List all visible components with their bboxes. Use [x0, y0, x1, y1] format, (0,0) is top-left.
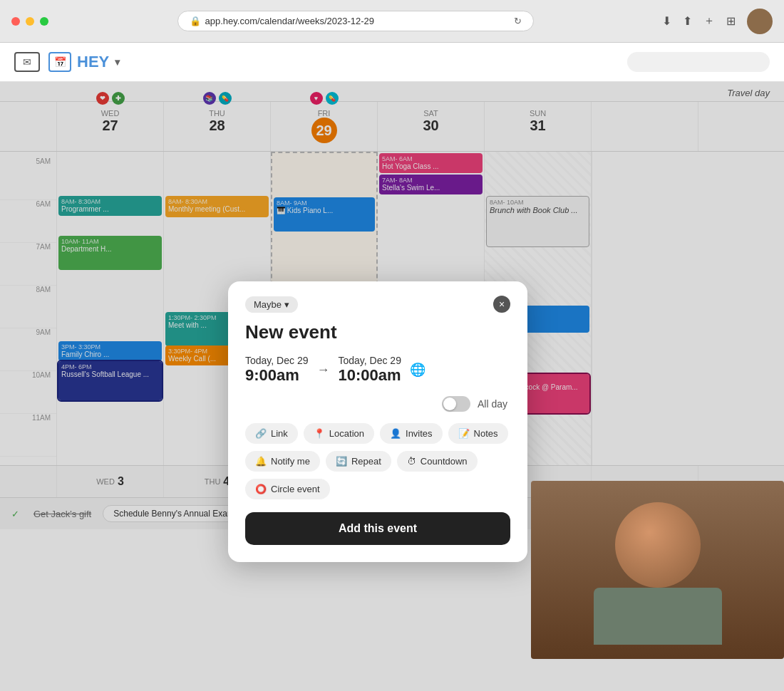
notify-label: Notify me: [271, 456, 310, 467]
minimize-window-btn[interactable]: [26, 17, 34, 26]
close-icon: ×: [499, 298, 505, 310]
link-label: Link: [271, 428, 288, 439]
action-buttons-row1: 🔗 Link 📍 Location 👤 Invites 📝 Notes: [245, 423, 510, 444]
countdown-label: Countdown: [421, 456, 468, 467]
start-date: Today, Dec 29: [245, 355, 308, 366]
download-icon[interactable]: ⬇: [662, 14, 671, 28]
invites-icon: 👤: [390, 428, 401, 439]
refresh-icon[interactable]: ↻: [514, 16, 522, 26]
start-datetime[interactable]: Today, Dec 29 9:00am: [245, 355, 308, 385]
action-buttons-row2: 🔔 Notify me 🔄 Repeat ⏱ Countdown: [245, 451, 510, 472]
repeat-button[interactable]: 🔄 Repeat: [326, 451, 391, 472]
app-header: ✉ 📅 HEY ▾: [0, 43, 784, 82]
url-text: app.hey.com/calendar/weeks/2023-12-29: [205, 16, 375, 26]
globe-icon[interactable]: 🌐: [410, 362, 425, 378]
calendar-icon: 📅: [48, 52, 71, 72]
calendar-container: Travel day ❤ ✚ WED 27 📚 💊 THU 28 ♥ �: [0, 82, 784, 691]
end-time: 10:00am: [338, 366, 401, 385]
circle-label: Circle event: [271, 484, 320, 494]
maximize-window-btn[interactable]: [40, 17, 48, 26]
circle-icon: ⭕: [255, 484, 267, 494]
logo-caret[interactable]: ▾: [115, 56, 120, 68]
action-buttons-row3: ⭕ Circle event: [245, 479, 510, 499]
notify-icon: 🔔: [255, 456, 267, 467]
datetime-row: Today, Dec 29 9:00am → Today, Dec 29 10:…: [245, 355, 510, 385]
countdown-icon: ⏱: [407, 456, 416, 467]
notes-label: Notes: [474, 428, 498, 439]
allday-toggle[interactable]: [442, 396, 470, 412]
video-overlay: [531, 481, 784, 659]
allday-label: All day: [478, 398, 507, 410]
video-face: [615, 502, 701, 588]
allday-row: All day: [245, 396, 510, 412]
windows-icon[interactable]: ⊞: [726, 14, 736, 28]
logo-text: HEY: [77, 53, 109, 71]
start-time: 9:00am: [245, 366, 308, 385]
countdown-button[interactable]: ⏱ Countdown: [397, 451, 478, 472]
lock-icon: 🔒: [190, 16, 201, 26]
end-date: Today, Dec 29: [338, 355, 401, 366]
share-icon[interactable]: ⬆: [683, 14, 692, 28]
new-event-modal: Maybe ▾ × New event Today, Dec 29 9:00am…: [228, 281, 527, 562]
hey-logo[interactable]: 📅 HEY ▾: [48, 52, 120, 72]
end-datetime[interactable]: Today, Dec 29 10:00am: [338, 355, 401, 385]
close-window-btn[interactable]: [11, 17, 20, 26]
location-icon: 📍: [314, 428, 325, 439]
window-controls: [11, 17, 48, 26]
browser-right-controls: ⬇ ⬆ ＋ ⊞: [662, 9, 773, 34]
link-button[interactable]: 🔗 Link: [245, 423, 298, 444]
video-person: [531, 481, 784, 659]
browser-chrome: 🔒 app.hey.com/calendar/weeks/2023-12-29 …: [0, 0, 784, 43]
location-label: Location: [329, 428, 364, 439]
mail-icon: ✉: [23, 56, 31, 68]
add-event-label: Add this event: [339, 522, 417, 534]
maybe-button[interactable]: Maybe ▾: [245, 296, 298, 313]
notify-button[interactable]: 🔔 Notify me: [245, 451, 320, 472]
arrow-icon: →: [316, 363, 329, 378]
location-button[interactable]: 📍 Location: [304, 423, 374, 444]
user-avatar[interactable]: [747, 9, 773, 34]
toggle-knob: [443, 398, 456, 410]
notes-icon: 📝: [458, 428, 470, 439]
repeat-label: Repeat: [351, 456, 381, 467]
maybe-label: Maybe: [254, 299, 282, 310]
circle-event-button[interactable]: ⭕ Circle event: [245, 479, 330, 499]
address-bar[interactable]: 🔒 app.hey.com/calendar/weeks/2023-12-29 …: [177, 11, 534, 31]
close-modal-button[interactable]: ×: [493, 296, 510, 313]
modal-header: Maybe ▾ ×: [245, 296, 510, 313]
modal-title: New event: [245, 321, 510, 343]
mail-button[interactable]: ✉: [14, 52, 40, 72]
maybe-caret: ▾: [284, 299, 289, 310]
link-icon: 🔗: [255, 428, 267, 439]
header-search[interactable]: [627, 52, 770, 72]
repeat-icon: 🔄: [336, 456, 347, 467]
new-tab-icon[interactable]: ＋: [703, 14, 715, 28]
invites-button[interactable]: 👤 Invites: [380, 423, 443, 444]
notes-button[interactable]: 📝 Notes: [448, 423, 508, 444]
video-body: [594, 588, 722, 645]
add-event-button[interactable]: Add this event: [245, 512, 510, 545]
invites-label: Invites: [406, 428, 433, 439]
